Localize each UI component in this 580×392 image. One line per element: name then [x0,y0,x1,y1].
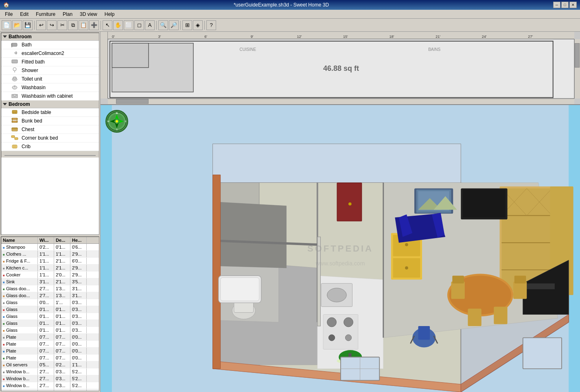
list-cell-depth: 0'1... [54,306,70,313]
menu-item-help[interactable]: Help [101,11,118,18]
new-button[interactable]: 📄 [2,20,11,30]
list-cell-depth: 0'3... [54,375,70,382]
menubar: FileEditFurniturePlan3D viewHelp [0,10,580,19]
save-button[interactable]: 💾 [23,20,33,30]
tree-item-washbasin[interactable]: Washbasin [1,83,99,92]
tree-item-washbasin-with-cabinet[interactable]: Washbasin with cabinet [1,92,99,101]
category-expand-icon [3,35,7,38]
tree-item-bunk-bed[interactable]: Bunk bed [1,117,99,125]
list-row[interactable]: ■ Plate 0'7... 0'7... 0'0... [1,355,99,361]
help-button[interactable]: ? [206,20,216,30]
cut-button[interactable]: ✂ [57,20,67,30]
list-cell-height: 0'3... [70,327,87,333]
list-row[interactable]: ■ Glass doo... 2'7... 1'3... 3'1... [1,292,99,299]
list-row[interactable]: ■ Glass 0'1... 0'1... 0'3... [1,320,99,327]
tree-item-toilet-unit[interactable]: Toilet unit [1,75,99,83]
list-row[interactable]: ■ Window b... 2'7... 0'3... 5'2... [1,368,99,375]
list-row[interactable]: ■ Kitchen c... 1'1... 2'1... 2'9... [1,265,99,272]
tree-item-shower[interactable]: Shower [1,66,99,75]
draw-walls-button[interactable]: ⬜ [124,20,134,30]
pan-button[interactable]: ✋ [113,20,123,30]
close-button[interactable]: ✕ [569,2,577,8]
zoom-out-button[interactable]: 🔎 [169,20,179,30]
furniture-list[interactable]: Name Wi... De... He... ■ Shampoo 0'2... … [1,237,99,391]
select-button[interactable]: ↖ [103,20,112,30]
3d-view[interactable]: N S E W SOFTPEDIA www.softpedia.com [101,105,580,392]
list-row[interactable]: ■ Glass 0'1... 0'1... 0'3... [1,306,99,313]
list-row[interactable]: ■ Plate 0'7... 0'7... 0'0... [1,341,99,348]
list-row[interactable]: ■ Fridge & F... 1'1... 2'1... 6'0... [1,258,99,265]
tree-item-escaliercolimacon2[interactable]: escalierColimacon2 [1,49,99,58]
draw-text-button[interactable]: A [145,20,155,30]
list-cell-depth: 0'7... [54,348,70,354]
item-icon [11,84,19,91]
category-bedroom[interactable]: Bedroom [1,101,99,108]
list-row-icon: ■ [3,315,5,319]
furniture-tree[interactable]: BathroomBathescalierColimacon2Fitted bat… [1,33,99,235]
list-cell-width: 0'5... [38,361,54,368]
svg-rect-1 [11,43,12,47]
tree-item-fitted-bath[interactable]: Fitted bath [1,58,99,66]
list-cell-depth: 0'3... [54,368,70,375]
zoom-in-button[interactable]: 🔍 [158,20,168,30]
list-row[interactable]: ■ Plate 0'7... 0'7... 0'0... [1,334,99,341]
tree-item-crib[interactable]: Crib [1,142,99,151]
tree-item-chest[interactable]: Chest [1,125,99,134]
list-row[interactable]: ■ Clothes ... 1'1... 1'1... 2'9... [1,251,99,258]
list-row[interactable]: ■ Glass 0'1... 0'1... 0'3... [1,313,99,320]
list-row[interactable]: ■ Glass doo... 2'7... 1'3... 3'1... [1,285,99,292]
svg-rect-84 [514,276,526,283]
maximize-button[interactable]: □ [561,2,569,8]
paste-button[interactable]: 📋 [79,20,88,30]
list-row[interactable]: ■ Plate 0'7... 0'7... 0'0... [1,348,99,355]
tree-item-bedside-table[interactable]: Bedside table [1,108,99,117]
svg-rect-14 [12,118,18,120]
svg-marker-48 [213,175,221,368]
list-row[interactable]: ■ Window b... 2'7... 0'3... 5'2... [1,382,99,389]
list-row[interactable]: ■ Window b... 2'7... 0'3... 5'2... [1,375,99,382]
list-row[interactable]: ■ Glass 0'0... 1'... 0'3... [1,299,99,306]
list-row[interactable]: ■ Sink 3'1... 2'1... 3'5... [1,278,99,285]
list-cell-name: ■ Glass [1,327,38,333]
list-cell-name: ■ Cooker [1,272,38,278]
menu-item-plan[interactable]: Plan [59,11,76,18]
top-view-button[interactable]: ⊞ [182,20,192,30]
list-row[interactable]: ■ Cooker 1'1... 2'0... 2'9... [1,272,99,278]
list-cell-name: ■ Glass [1,320,38,326]
draw-rooms-button[interactable]: ◻ [134,20,144,30]
menu-item-edit[interactable]: Edit [17,11,32,18]
list-cell-width: 0'7... [38,355,54,361]
list-row[interactable]: ■ Shampoo 0'2... 0'1... 0'6... [1,244,99,251]
menu-item-3d view[interactable]: 3D view [77,11,101,18]
menu-item-furniture[interactable]: Furniture [33,11,59,18]
list-cell-name: ■ Glass doo... [1,292,38,299]
list-row[interactable]: ■ Glass 0'1... 0'1... 0'3... [1,327,99,334]
list-cell-height: 0'6... [70,244,87,250]
list-row[interactable]: ■ Oil servers 0'5... 0'2... 1'1... [1,361,99,368]
tree-item-bath[interactable]: Bath [1,41,99,49]
view3d-button[interactable]: ◈ [193,20,203,30]
redo-button[interactable]: ↪ [47,20,57,30]
navigation-compass[interactable]: N S E W [105,110,128,133]
scrollbar-horizontal[interactable] [108,99,574,104]
undo-button[interactable]: ↩ [36,20,46,30]
list-cell-height: 0'0... [70,348,87,354]
sep1 [34,21,35,30]
minimize-button[interactable]: ─ [553,2,560,8]
svg-rect-19 [12,128,18,129]
list-cell-depth: 2'1... [54,258,70,264]
add-furniture-button[interactable]: ➕ [89,20,99,30]
scrollbar-vertical[interactable] [574,39,580,99]
copy-button[interactable]: ⧉ [68,20,78,30]
plan-view[interactable]: 0'3'6'9'12'15'18'21'24'27' 46.88 sq ft C… [101,32,580,105]
list-cell-depth: 2'1... [54,265,70,271]
menu-item-file[interactable]: File [2,11,16,18]
open-button[interactable]: 📂 [12,20,22,30]
list-row-icon: ■ [3,274,5,277]
category-bathroom[interactable]: Bathroom [1,33,99,41]
tree-item-corner-bunk-bed[interactable]: Corner bunk bed [1,134,99,142]
list-row[interactable]: ■ Electric r... 1'2... 0'3... 1'5... [1,389,99,391]
list-cell-height: 2'9... [70,265,87,271]
list-cell-height: 3'1... [70,285,87,292]
svg-rect-82 [452,276,464,283]
